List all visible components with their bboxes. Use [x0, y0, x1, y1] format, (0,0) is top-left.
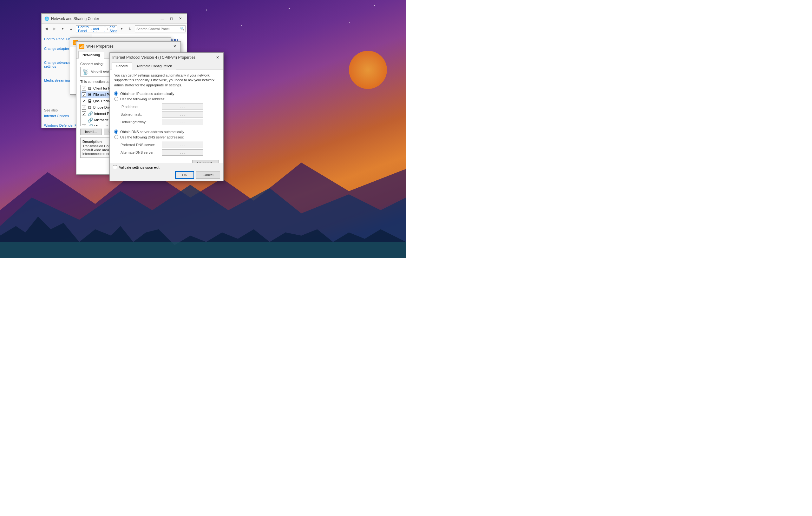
alternate-dns-row: Alternate DNS server:: [114, 149, 219, 156]
ip-address-row: IP address:: [114, 104, 219, 110]
validate-checkbox[interactable]: [113, 165, 117, 169]
star: [374, 5, 375, 6]
desktop: 🌐 Network and Sharing Center — ◻ ✕ ◀ ▶ ▾…: [0, 0, 406, 258]
validate-row: Validate settings upon exit: [113, 165, 220, 169]
breadcrumb: Control Panel › Network and Internet › N…: [78, 25, 117, 32]
ipv4-title: Internet Protocol Version 4 (TCP/IPv4) P…: [112, 55, 214, 60]
use-following-dns-row: Use the following DNS server addresses:: [114, 135, 219, 139]
footer-btn-row: OK Cancel: [113, 171, 220, 179]
default-gateway-input[interactable]: [162, 119, 203, 125]
up-button[interactable]: ▲: [67, 25, 75, 32]
tab-general[interactable]: General: [112, 62, 132, 70]
obtain-ip-auto-row: Obtain an IP address automatically: [114, 91, 219, 96]
check-3[interactable]: ✓: [82, 105, 86, 110]
ipv4-tabs: General Alternate Configuration: [110, 62, 223, 70]
breadcrumb-network-sharing[interactable]: Network and Sharing Center: [110, 25, 117, 32]
search-icon: 🔍: [180, 27, 184, 31]
item-icon-5: 🔗: [88, 117, 93, 123]
search-input[interactable]: [136, 27, 180, 31]
install-button[interactable]: Install...: [80, 129, 102, 135]
ipv4-body: You can get IP settings assigned automat…: [110, 70, 223, 163]
star: [206, 9, 207, 10]
default-gateway-row: Default gateway:: [114, 119, 219, 125]
minimize-button[interactable]: —: [158, 16, 167, 22]
obtain-ip-auto-label[interactable]: Obtain an IP address automatically: [120, 92, 174, 96]
advanced-button[interactable]: Advanced...: [192, 160, 219, 163]
close-button[interactable]: ✕: [176, 16, 184, 22]
wifi-props-title: Wi-Fi Properties: [86, 44, 172, 49]
maximize-button[interactable]: ◻: [167, 16, 175, 22]
obtain-ip-auto-radio[interactable]: [114, 91, 118, 96]
star: [289, 8, 290, 9]
search-box[interactable]: 🔍: [135, 25, 185, 32]
ipv4-dialog: Internet Protocol Version 4 (TCP/IPv4) P…: [110, 52, 224, 181]
preferred-dns-label: Preferred DNS server:: [120, 143, 162, 147]
window-icon: 🌐: [44, 16, 49, 21]
window-title: Network and Sharing Center: [51, 17, 158, 21]
item-icon-3: 🖥: [88, 105, 92, 110]
address-path[interactable]: Control Panel › Network and Internet › N…: [76, 25, 117, 32]
ipv4-body-wrapper: You can get IP settings assigned automat…: [110, 70, 223, 163]
preferred-dns-row: Preferred DNS server:: [114, 142, 219, 148]
breadcrumb-controlpanel[interactable]: Control Panel: [78, 25, 89, 32]
breadcrumb-network-internet[interactable]: Network and Internet: [93, 25, 106, 32]
sun-circle: [349, 51, 387, 89]
item-icon-2: 🖥: [88, 99, 92, 104]
subnet-mask-label: Subnet mask:: [120, 112, 162, 116]
use-following-ip-label[interactable]: Use the following IP address:: [120, 97, 165, 101]
wifi-props-titlebar: 📶 Wi-Fi Properties ✕: [77, 42, 180, 51]
preferred-dns-input[interactable]: [162, 142, 203, 148]
obtain-dns-auto-row: Obtain DNS server address automatically: [114, 130, 219, 134]
ipv4-description: You can get IP settings assigned automat…: [114, 73, 219, 88]
use-following-dns-label[interactable]: Use the following DNS server addresses:: [120, 135, 184, 139]
ipv4-titlebar: Internet Protocol Version 4 (TCP/IPv4) P…: [110, 53, 223, 62]
use-following-ip-radio[interactable]: [114, 97, 118, 101]
main-window-titlebar: 🌐 Network and Sharing Center — ◻ ✕: [41, 13, 187, 24]
dns-radio-group: Obtain DNS server address automatically …: [114, 130, 219, 139]
tab-networking[interactable]: Networking: [78, 51, 104, 59]
obtain-dns-auto-label[interactable]: Obtain DNS server address automatically: [120, 130, 184, 134]
star: [349, 22, 350, 23]
advanced-row: Advanced...: [114, 160, 219, 163]
refresh-button[interactable]: ↻: [126, 25, 134, 32]
validate-label[interactable]: Validate settings upon exit: [119, 165, 160, 169]
wifi-props-close[interactable]: ✕: [172, 44, 178, 49]
address-dropdown-button[interactable]: ▾: [118, 25, 125, 32]
ipv4-close-button[interactable]: ✕: [214, 55, 221, 60]
item-icon-1: 🖥: [88, 92, 92, 97]
check-6[interactable]: ✓: [82, 124, 86, 126]
recent-button[interactable]: ▾: [59, 25, 66, 32]
ip-radio-group: Obtain an IP address automatically Use t…: [114, 91, 219, 101]
ip-address-input[interactable]: [162, 104, 203, 110]
svg-rect-3: [0, 242, 406, 258]
check-5[interactable]: [82, 118, 86, 122]
use-following-dns-radio[interactable]: [114, 135, 118, 139]
check-0[interactable]: ✓: [82, 86, 86, 90]
use-following-ip-row: Use the following IP address:: [114, 97, 219, 101]
ok-button[interactable]: OK: [175, 171, 194, 179]
obtain-dns-auto-radio[interactable]: [114, 130, 118, 134]
back-button[interactable]: ◀: [43, 25, 50, 32]
titlebar-buttons: — ◻ ✕: [158, 16, 184, 22]
item-icon-0: 🖥: [88, 86, 92, 91]
address-bar: ◀ ▶ ▾ ▲ Control Panel › Network and Inte…: [41, 24, 187, 34]
check-2[interactable]: ✓: [82, 99, 86, 103]
forward-button[interactable]: ▶: [51, 25, 58, 32]
cancel-button[interactable]: Cancel: [196, 171, 220, 179]
star: [241, 25, 242, 26]
ipv4-footer: Validate settings upon exit OK Cancel: [110, 163, 223, 181]
check-4[interactable]: ✓: [82, 111, 86, 116]
default-gateway-label: Default gateway:: [120, 120, 162, 124]
item-icon-6: 🔗: [88, 124, 93, 126]
subnet-mask-input[interactable]: [162, 111, 203, 117]
wifi-props-icon: 📶: [79, 44, 84, 49]
item-icon-4: 🔗: [88, 111, 93, 116]
adapter-icon: 📡: [83, 69, 89, 75]
alternate-dns-label: Alternate DNS server:: [120, 151, 162, 154]
alternate-dns-input[interactable]: [162, 149, 203, 156]
ip-address-label: IP address:: [120, 105, 162, 109]
check-1[interactable]: ✓: [82, 92, 86, 97]
subnet-mask-row: Subnet mask:: [114, 111, 219, 117]
tab-alternate-config[interactable]: Alternate Configuration: [132, 62, 176, 70]
